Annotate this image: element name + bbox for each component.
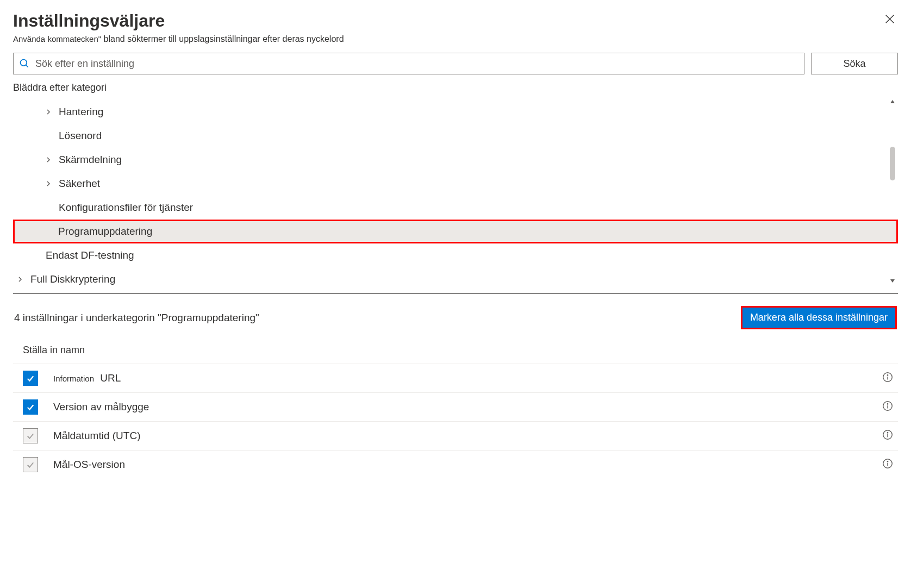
- scroll-down-icon[interactable]: [889, 276, 896, 286]
- select-all-button[interactable]: Markera alla dessa inställningar: [742, 308, 895, 328]
- svg-point-11: [887, 403, 888, 404]
- search-input-wrap[interactable]: [13, 53, 804, 74]
- tree-scrollbar[interactable]: [887, 97, 898, 286]
- search-button[interactable]: Söka: [811, 53, 898, 74]
- tree-item-label: Full Diskkryptering: [30, 273, 115, 285]
- checkbox-maldatumtid[interactable]: [23, 428, 38, 443]
- tree-item-programuppdatering[interactable]: Programuppdatering: [13, 220, 898, 243]
- chevron-right-icon: [15, 276, 25, 283]
- setting-label: Måldatumtid (UTC): [53, 430, 882, 442]
- tree-item-losenord[interactable]: Lösenord: [30, 124, 898, 148]
- setting-row-maldatumtid[interactable]: Måldatumtid (UTC): [13, 421, 898, 450]
- info-icon[interactable]: [882, 371, 894, 386]
- results-summary: 4 inställningar i underkategorin "Progra…: [14, 312, 259, 324]
- tree-item-skarmdelning[interactable]: Skärmdelning: [30, 148, 898, 172]
- page-title: Inställningsväljare: [13, 11, 344, 31]
- setting-row-url[interactable]: Information URL: [13, 364, 898, 392]
- tree-item-label: Konfigurationsfiler för tjänster: [59, 202, 193, 214]
- svg-marker-4: [890, 100, 895, 103]
- tree-item-endast-df-testning[interactable]: Endast DF-testning: [30, 243, 898, 267]
- chevron-right-icon: [43, 109, 53, 115]
- close-icon[interactable]: [882, 11, 898, 29]
- tree-item-hantering[interactable]: Hantering: [30, 100, 898, 124]
- svg-marker-5: [890, 279, 895, 283]
- chevron-right-icon: [43, 180, 53, 187]
- svg-point-2: [21, 60, 27, 66]
- tree-item-label: Lösenord: [59, 130, 102, 142]
- select-all-highlight: Markera alla dessa inställningar: [741, 306, 897, 329]
- search-icon: [19, 58, 30, 69]
- setting-label: Mål-OS-version: [53, 459, 882, 471]
- info-icon[interactable]: [882, 429, 894, 443]
- setting-row-mal-os-version[interactable]: Mål-OS-version: [13, 450, 898, 479]
- settings-column-header: Ställa in namn: [13, 345, 898, 364]
- svg-line-3: [26, 65, 28, 67]
- tree-item-label: Säkerhet: [59, 178, 100, 190]
- setting-label: Version av målbygge: [53, 401, 882, 413]
- setting-name: Mål-OS-version: [53, 459, 125, 470]
- category-tree: Hantering Lösenord Skärmdelning Säkerhet…: [13, 97, 898, 286]
- tree-item-label: Hantering: [59, 106, 103, 118]
- scroll-thumb[interactable]: [890, 147, 895, 180]
- search-input[interactable]: [35, 58, 798, 70]
- subtitle-prefix: Använda kommatecken": [13, 34, 101, 43]
- setting-badge: Information: [53, 374, 94, 383]
- setting-name: Version av målbygge: [53, 401, 149, 412]
- page-subtitle: Använda kommatecken" bland söktermer til…: [13, 34, 344, 44]
- checkbox-url[interactable]: [23, 371, 38, 386]
- setting-name: URL: [100, 372, 121, 384]
- checkbox-version-malbygge[interactable]: [23, 399, 38, 415]
- svg-point-8: [887, 374, 888, 375]
- tree-item-konfigurationsfiler[interactable]: Konfigurationsfiler för tjänster: [30, 196, 898, 220]
- section-divider: [13, 293, 898, 294]
- tree-item-sakerhet[interactable]: Säkerhet: [30, 172, 898, 196]
- browse-by-category-label: Bläddra efter kategori: [13, 82, 898, 93]
- setting-row-version-malbygge[interactable]: Version av målbygge: [13, 392, 898, 421]
- chevron-right-icon: [43, 157, 53, 163]
- scroll-rail[interactable]: [887, 107, 898, 276]
- tree-item-full-diskkryptering[interactable]: Full Diskkryptering: [30, 267, 898, 286]
- svg-point-17: [887, 461, 888, 461]
- info-icon[interactable]: [882, 400, 894, 415]
- setting-name: Måldatumtid (UTC): [53, 430, 140, 441]
- checkbox-mal-os-version[interactable]: [23, 457, 38, 472]
- tree-item-label: Endast DF-testning: [46, 249, 134, 261]
- info-icon[interactable]: [882, 458, 894, 472]
- svg-point-14: [887, 432, 888, 433]
- tree-item-label: Skärmdelning: [59, 154, 122, 166]
- scroll-up-icon[interactable]: [889, 97, 896, 107]
- setting-label: Information URL: [53, 372, 882, 384]
- tree-item-label: Programuppdatering: [58, 226, 152, 237]
- subtitle-rest: bland söktermer till uppslagsinställning…: [104, 34, 344, 43]
